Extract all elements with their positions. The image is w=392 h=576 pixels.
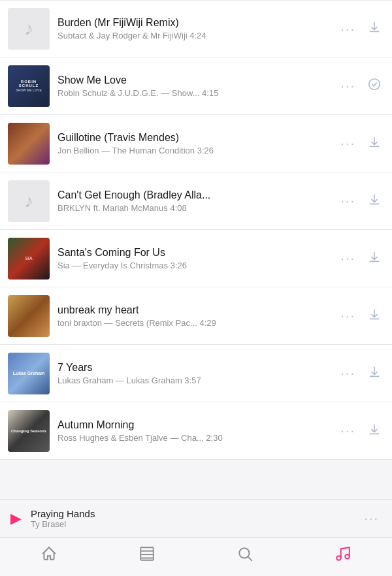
- svg-point-15: [345, 554, 350, 559]
- track-more-button[interactable]: ···: [338, 363, 358, 383]
- music-note-placeholder-icon: ♪: [24, 191, 33, 212]
- track-download-button[interactable]: [365, 419, 384, 443]
- track-more-button[interactable]: ···: [338, 133, 358, 153]
- track-title: Show Me Love: [57, 74, 333, 86]
- track-info: Guillotine (Travis Mendes)Jon Bellion — …: [57, 132, 333, 155]
- track-meta: Robin Schulz & J.U.D.G.E. — Show... 4:15: [57, 88, 333, 98]
- track-item[interactable]: Changing SeasonsAutumn MorningRoss Hughe…: [0, 402, 392, 460]
- track-download-button[interactable]: [365, 304, 384, 328]
- svg-line-13: [248, 556, 252, 560]
- track-actions: ···: [338, 189, 384, 213]
- music-icon: [335, 545, 351, 566]
- track-info: Autumn MorningRoss Hughes & Esben Tjalve…: [57, 419, 333, 443]
- track-item[interactable]: SIASanta's Coming For UsSia — Everyday I…: [0, 230, 392, 287]
- track-title: Guillotine (Travis Mendes): [57, 132, 333, 144]
- tab-music[interactable]: [294, 545, 392, 566]
- track-artwork: [8, 123, 50, 165]
- track-info: Santa's Coming For UsSia — Everyday Is C…: [57, 247, 333, 270]
- mini-track-artist: Ty Brasel: [31, 519, 361, 529]
- track-actions: ···: [338, 247, 384, 270]
- mini-play-button[interactable]: ▶: [10, 510, 22, 527]
- track-download-button[interactable]: [365, 189, 384, 213]
- mini-track-info: Praying Hands Ty Brasel: [31, 508, 361, 529]
- track-actions: ···: [338, 74, 384, 98]
- svg-point-1: [369, 78, 380, 89]
- track-item[interactable]: ♪Can't Get Enough (Bradley Alla...BRKLYN…: [0, 172, 392, 230]
- track-download-button[interactable]: [365, 17, 384, 40]
- track-actions: ···: [338, 419, 384, 443]
- track-title: Santa's Coming For Us: [57, 247, 333, 259]
- music-note-placeholder-icon: ♪: [24, 18, 33, 39]
- track-download-button[interactable]: [365, 132, 384, 155]
- tab-library[interactable]: [98, 545, 196, 566]
- track-actions: ···: [338, 17, 384, 40]
- track-downloaded-icon[interactable]: [365, 74, 384, 98]
- track-title: Can't Get Enough (Bradley Alla...: [57, 189, 333, 201]
- track-info: Can't Get Enough (Bradley Alla...BRKLYN …: [57, 189, 333, 213]
- track-artwork: Lukas Graham: [8, 353, 50, 394]
- track-more-button[interactable]: ···: [338, 191, 358, 211]
- track-more-button[interactable]: ···: [338, 421, 358, 441]
- track-artwork: [8, 295, 50, 337]
- track-meta: Sia — Everyday Is Christmas 3:26: [57, 261, 333, 270]
- track-actions: ···: [338, 362, 384, 385]
- mini-track-title: Praying Hands: [31, 508, 361, 519]
- track-artwork: ♪: [8, 8, 50, 50]
- track-info: unbreak my hearttoni braxton — Secrets (…: [57, 304, 333, 328]
- track-download-button[interactable]: [365, 247, 384, 270]
- track-item[interactable]: unbreak my hearttoni braxton — Secrets (…: [0, 287, 392, 345]
- track-artwork: Changing Seasons: [8, 410, 50, 452]
- track-title: 7 Years: [57, 362, 333, 374]
- track-info: 7 YearsLukas Graham — Lukas Graham 3:57: [57, 362, 333, 385]
- track-artwork: SIA: [8, 238, 50, 280]
- track-meta: Ross Hughes & Esben Tjalve — Cha... 2:30: [57, 433, 333, 443]
- track-info: Burden (Mr FijiWiji Remix)Subtact & Jay …: [57, 17, 333, 40]
- track-more-button[interactable]: ···: [338, 19, 358, 39]
- track-download-button[interactable]: [365, 362, 384, 385]
- svg-point-12: [239, 548, 249, 558]
- track-list: ♪Burden (Mr FijiWiji Remix)Subtact & Jay…: [0, 0, 392, 498]
- track-artwork: ROBIN SCHULZ SHOW ME LOVE: [8, 65, 50, 107]
- mini-player: ▶ Praying Hands Ty Brasel ···: [0, 499, 392, 537]
- track-meta: Subtact & Jay Rodger & Mr FijiWiji 4:24: [57, 31, 333, 40]
- track-item[interactable]: Guillotine (Travis Mendes)Jon Bellion — …: [0, 115, 392, 172]
- track-item[interactable]: Lukas Graham7 YearsLukas Graham — Lukas …: [0, 345, 392, 402]
- track-title: Burden (Mr FijiWiji Remix): [57, 17, 333, 29]
- track-meta: BRKLYN ft. Mariah McManus 4:08: [57, 203, 333, 213]
- track-title: unbreak my heart: [57, 304, 333, 316]
- svg-point-14: [336, 556, 341, 560]
- tab-search[interactable]: [196, 545, 294, 566]
- track-more-button[interactable]: ···: [338, 76, 358, 96]
- tab-bar: [0, 537, 392, 576]
- library-icon: [139, 545, 155, 566]
- track-actions: ···: [338, 132, 384, 155]
- track-meta: toni braxton — Secrets (Remix Pac... 4:2…: [57, 318, 333, 328]
- track-title: Autumn Morning: [57, 419, 333, 431]
- search-icon: [237, 545, 253, 566]
- track-more-button[interactable]: ···: [338, 248, 358, 268]
- track-meta: Lukas Graham — Lukas Graham 3:57: [57, 376, 333, 385]
- track-info: Show Me LoveRobin Schulz & J.U.D.G.E. — …: [57, 74, 333, 98]
- mini-more-button[interactable]: ···: [361, 508, 382, 528]
- track-more-button[interactable]: ···: [338, 306, 358, 326]
- track-item[interactable]: ♪Burden (Mr FijiWiji Remix)Subtact & Jay…: [0, 0, 392, 57]
- track-meta: Jon Bellion — The Human Condition 3:26: [57, 146, 333, 155]
- home-icon: [41, 545, 57, 566]
- track-item[interactable]: ROBIN SCHULZ SHOW ME LOVE Show Me LoveRo…: [0, 57, 392, 115]
- tab-home[interactable]: [0, 545, 98, 566]
- track-artwork: ♪: [8, 180, 50, 222]
- track-actions: ···: [338, 304, 384, 328]
